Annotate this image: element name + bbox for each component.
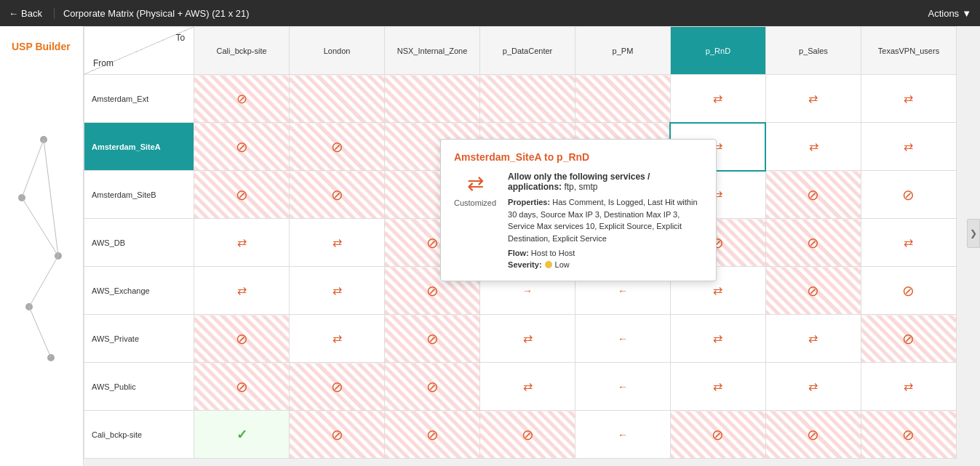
cell[interactable]: ⊘ [861, 267, 956, 315]
back-label: Back [21, 8, 42, 19]
blocked-icon: ⊘ [807, 235, 819, 251]
cell[interactable]: ⊘ [290, 363, 385, 411]
blocked-icon: ⊘ [236, 331, 248, 347]
corner-header: To From [84, 27, 194, 75]
cell[interactable]: ← [575, 411, 671, 459]
cell[interactable] [385, 75, 480, 123]
back-button[interactable]: ← Back [9, 8, 42, 19]
main-layout: USP Builder [0, 26, 980, 466]
blocked-icon: ⊘ [236, 139, 248, 155]
cell[interactable]: ⊘ [861, 171, 956, 219]
blocked-icon: ⊘ [236, 187, 248, 203]
cell[interactable]: ⇄ [861, 123, 956, 171]
cell[interactable]: ⊘ [194, 315, 290, 363]
chevron-left-icon: ❯ [970, 228, 977, 238]
col-header-cali: Cali_bckp-site [194, 27, 290, 75]
cell[interactable]: ⇄ [765, 363, 861, 411]
cell[interactable] [290, 75, 385, 123]
page-title: Corporate Matrix (Physical + AWS) (21 x … [54, 8, 250, 19]
cell[interactable]: ⇄ [290, 267, 385, 315]
cell[interactable]: ⊘ [670, 411, 765, 459]
arrows-icon: ⇄ [904, 380, 913, 393]
cell[interactable]: ⊘ [765, 267, 861, 315]
cell[interactable] [575, 75, 671, 123]
cell[interactable]: ⊘ [290, 411, 385, 459]
row-header-cali-bckp: Cali_bckp-site [84, 411, 194, 459]
cell[interactable]: ⊘ [765, 219, 861, 267]
arrows-icon: ⇄ [808, 332, 818, 345]
arrows-icon: ⇄ [713, 284, 722, 297]
collapse-button[interactable]: ❯ [967, 219, 980, 248]
actions-button[interactable]: Actions ▼ [928, 8, 971, 19]
blocked-icon: ⊘ [522, 427, 534, 443]
cell[interactable]: ⊘ [194, 75, 290, 123]
tooltip-severity: Severity: Low [508, 260, 703, 269]
cell[interactable]: ← [575, 363, 671, 411]
arrows-icon: ⇄ [808, 380, 818, 393]
blocked-icon: ⊘ [902, 283, 915, 299]
cell[interactable]: ⇄ [480, 363, 575, 411]
tooltip-icon-label: Customized [454, 198, 496, 207]
actions-label: Actions [928, 8, 959, 19]
tooltip-allow: Allow only the following services / appl… [508, 172, 703, 192]
network-diagram [0, 52, 84, 416]
row-header-amsterdam-sitea: Amsterdam_SiteA [84, 123, 194, 171]
matrix-area[interactable]: To From Cali_bckp-site London NSX_Intern… [84, 26, 980, 466]
cell[interactable]: ⊘ [861, 315, 956, 363]
cell[interactable]: ⇄ [670, 315, 765, 363]
cell[interactable]: ⊘ [385, 411, 480, 459]
cell[interactable]: ⇄ [670, 75, 765, 123]
arrows-icon: ⇄ [808, 92, 818, 105]
cell[interactable]: ⊘ [385, 315, 480, 363]
blocked-icon: ⊘ [426, 235, 439, 251]
cell[interactable]: ⇄ [194, 267, 290, 315]
tooltip-flow: Flow: Host to Host [508, 249, 703, 257]
row-header-aws-public: AWS_Public [84, 363, 194, 411]
cell[interactable]: ⊘ [765, 411, 861, 459]
cell[interactable]: ⊘ [861, 411, 956, 459]
cell[interactable]: ⇄ [480, 315, 575, 363]
cell[interactable]: ⇄ [765, 315, 861, 363]
cell[interactable]: ⇄ [861, 75, 956, 123]
arrows-icon: ⇄ [713, 380, 722, 393]
cell[interactable]: ⊘ [480, 411, 575, 459]
svg-line-7 [29, 256, 58, 307]
cell[interactable]: ← [575, 315, 671, 363]
cell[interactable]: ⊘ [194, 171, 290, 219]
cell[interactable]: ⇄ [670, 363, 765, 411]
cell[interactable]: ✓ [194, 411, 290, 459]
arrow-icon: → [522, 285, 533, 297]
blocked-icon: ⊘ [331, 139, 343, 155]
tooltip-title: Amsterdam_SiteA to p_RnD [454, 151, 703, 163]
table-row: AWS_Public ⊘ ⊘ ⊘ ⇄ ← ⇄ ⇄ ⇄ [84, 363, 957, 411]
cell[interactable]: ⊘ [194, 123, 290, 171]
cell[interactable]: ⊘ [290, 123, 385, 171]
blocked-icon: ⊘ [236, 92, 247, 106]
table-row: Amsterdam_Ext ⊘ ⇄ ⇄ ⇄ [84, 75, 957, 123]
cell[interactable]: ⇄ [765, 75, 861, 123]
tooltip-severity-value: Low [555, 260, 570, 269]
sidebar-logo: USP Builder [0, 41, 82, 52]
arrows-icon: ⇄ [332, 284, 342, 297]
cell[interactable]: ⇄ [861, 363, 956, 411]
tooltip-icon-area: ⇄ Customized [454, 172, 496, 269]
arrows-icon: ⇄ [904, 140, 913, 153]
cell[interactable] [480, 75, 575, 123]
cell[interactable]: ⇄ [290, 219, 385, 267]
cell[interactable]: ⇄ [194, 219, 290, 267]
table-row: AWS_Private ⊘ ⇄ ⊘ ⇄ ← ⇄ ⇄ ⊘ [84, 315, 957, 363]
cell[interactable]: ⊘ [290, 171, 385, 219]
row-header-aws-private: AWS_Private [84, 315, 194, 363]
cell[interactable]: ⊘ [385, 363, 480, 411]
cell[interactable]: ⊘ [765, 171, 861, 219]
cell[interactable]: ⇄ [765, 123, 861, 171]
cell[interactable]: ⇄ [861, 219, 956, 267]
col-header-prnd: p_RnD [670, 27, 765, 75]
blocked-icon: ⊘ [331, 427, 343, 443]
col-header-nsx: NSX_Internal_Zone [385, 27, 480, 75]
cell[interactable]: ⊘ [194, 363, 290, 411]
cell[interactable]: ⇄ [290, 315, 385, 363]
severity-dot [545, 261, 552, 268]
check-icon: ✓ [236, 427, 247, 442]
blocked-icon: ⊘ [236, 379, 248, 395]
